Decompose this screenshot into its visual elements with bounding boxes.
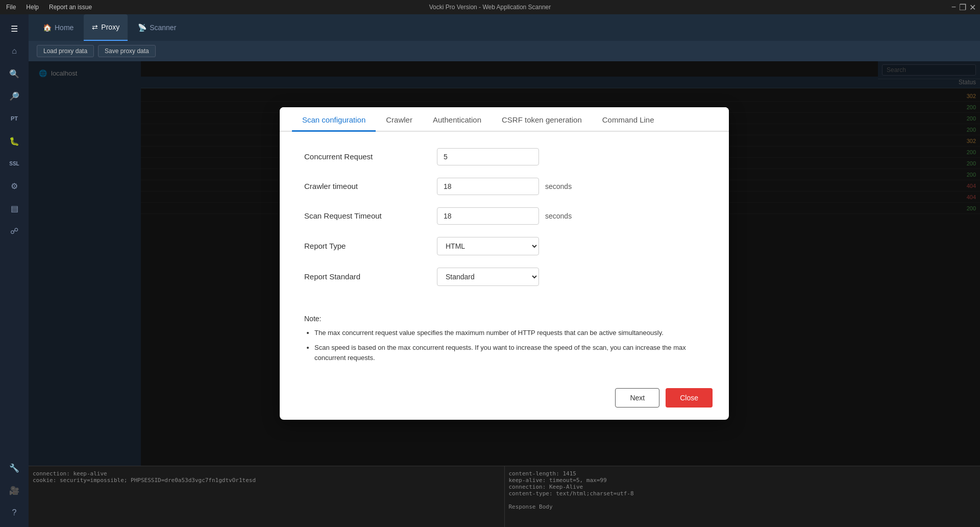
app-title: Vocki Pro Version - Web Application Scan… [429, 4, 551, 11]
dialog-tab-crawler[interactable]: Crawler [376, 107, 423, 132]
crawler-timeout-label: Crawler timeout [304, 182, 437, 190]
tab-home[interactable]: 🏠 Home [35, 14, 82, 41]
sidebar-icon-bug[interactable]: 🐛 [4, 131, 24, 151]
sidebar-icon-ssl[interactable]: SSL [4, 153, 24, 174]
concurrent-request-row: Concurrent Request [304, 148, 704, 165]
tab-scanner[interactable]: 📡 Scanner [130, 14, 184, 41]
report-type-label: Report Type [304, 242, 437, 250]
app-container: ☰ ⌂ 🔍 🔎 PT 🐛 SSL ⚙ ▤ ☍ 🔧 🎥 ? 🏠 Home ⇄ Pr… [0, 14, 980, 527]
sidebar-icon-git[interactable]: ☍ [4, 221, 24, 241]
crawler-timeout-control [437, 178, 539, 195]
crawler-timeout-row: Crawler timeout seconds [304, 178, 704, 195]
crawler-timeout-suffix: seconds [545, 182, 572, 190]
scan-request-timeout-input[interactable] [437, 207, 539, 225]
concurrent-request-label: Concurrent Request [304, 152, 437, 161]
report-type-row: Report Type HTML XML JSON TXT [304, 237, 704, 255]
sidebar-icon-card[interactable]: ▤ [4, 198, 24, 219]
top-menubar: File Help Report an issue Vocki Pro Vers… [0, 0, 980, 14]
close-button[interactable]: ✕ [969, 3, 976, 12]
dialog-body: Concurrent Request Crawler timeout seco [280, 132, 729, 315]
menu-file[interactable]: File [6, 4, 16, 11]
scanner-tab-icon: 📡 [138, 23, 146, 32]
dialog-footer: Next Close [280, 380, 729, 420]
dialog-tab-csrf[interactable]: CSRF token generation [492, 107, 592, 132]
report-type-select[interactable]: HTML XML JSON TXT [437, 237, 539, 255]
scan-request-timeout-suffix: seconds [545, 212, 572, 220]
proxy-tab-icon: ⇄ [92, 23, 98, 31]
concurrent-request-input[interactable] [437, 148, 539, 165]
sidebar-icon-tool[interactable]: 🔧 [4, 458, 24, 478]
dialog-tab-command-line[interactable]: Command Line [592, 107, 665, 132]
sidebar-icon-search2[interactable]: 🔎 [4, 86, 24, 106]
close-button[interactable]: Close [666, 388, 713, 408]
notes-list: The max concurrent request value specifi… [304, 328, 704, 363]
save-proxy-data-button[interactable]: Save proxy data [98, 45, 156, 57]
scan-config-dialog: Scan configuration Crawler Authenticatio… [280, 107, 729, 420]
maximize-button[interactable]: ❐ [959, 3, 966, 12]
sidebar-icon-pt[interactable]: PT [4, 108, 24, 129]
sidebar-icon-help[interactable]: ? [4, 502, 24, 523]
load-proxy-data-button[interactable]: Load proxy data [37, 45, 94, 57]
dialog-overlay: Scan configuration Crawler Authenticatio… [29, 61, 980, 466]
bottom-left-panel: connection: keep-alive cookie: security=… [29, 466, 504, 527]
window-controls: − ❐ ✕ [951, 3, 976, 12]
tab-bar: 🏠 Home ⇄ Proxy 📡 Scanner [29, 14, 980, 41]
content-area: 🌐 localhost Status 302 200 [29, 61, 980, 466]
dialog-tab-authentication[interactable]: Authentication [423, 107, 492, 132]
sidebar-icon-hamburger[interactable]: ☰ [4, 18, 24, 39]
report-standard-select[interactable]: Standard OWASP PCI HIPAA [437, 268, 539, 286]
sidebar-icon-search[interactable]: 🔍 [4, 63, 24, 84]
sidebar-icon-home[interactable]: ⌂ [4, 41, 24, 61]
bottom-right-panel: content-length: 1415 keep-alive: timeout… [504, 466, 981, 527]
main-content: 🏠 Home ⇄ Proxy 📡 Scanner Load proxy data… [29, 14, 980, 527]
next-button[interactable]: Next [615, 388, 659, 408]
sidebar-icon-network[interactable]: ⚙ [4, 176, 24, 196]
crawler-timeout-input[interactable] [437, 178, 539, 195]
menu-report[interactable]: Report an issue [49, 4, 92, 11]
report-standard-row: Report Standard Standard OWASP PCI HIPAA [304, 268, 704, 286]
bottom-panel: connection: keep-alive cookie: security=… [29, 466, 980, 527]
scan-request-timeout-label: Scan Request Timeout [304, 211, 437, 220]
home-tab-icon: 🏠 [43, 23, 52, 32]
toolbar: Load proxy data Save proxy data [29, 41, 980, 61]
dialog-tab-scan-configuration[interactable]: Scan configuration [292, 107, 376, 132]
dialog-tab-bar: Scan configuration Crawler Authenticatio… [280, 107, 729, 132]
tab-proxy[interactable]: ⇄ Proxy [84, 14, 128, 41]
notes-section: Note: The max concurrent request value s… [280, 315, 729, 380]
scan-request-timeout-row: Scan Request Timeout seconds [304, 207, 704, 225]
note-item-2: Scan speed is based on the max concurren… [314, 343, 704, 363]
sidebar: ☰ ⌂ 🔍 🔎 PT 🐛 SSL ⚙ ▤ ☍ 🔧 🎥 ? [0, 14, 29, 527]
sidebar-icon-video[interactable]: 🎥 [4, 480, 24, 500]
notes-title: Note: [304, 315, 704, 323]
concurrent-request-control [437, 148, 539, 165]
note-item-1: The max concurrent request value specifi… [314, 328, 704, 338]
report-type-control: HTML XML JSON TXT [437, 237, 539, 255]
minimize-button[interactable]: − [951, 3, 956, 12]
scan-request-timeout-control [437, 207, 539, 225]
menu-help[interactable]: Help [26, 4, 39, 11]
report-standard-label: Report Standard [304, 272, 437, 281]
report-standard-control: Standard OWASP PCI HIPAA [437, 268, 539, 286]
